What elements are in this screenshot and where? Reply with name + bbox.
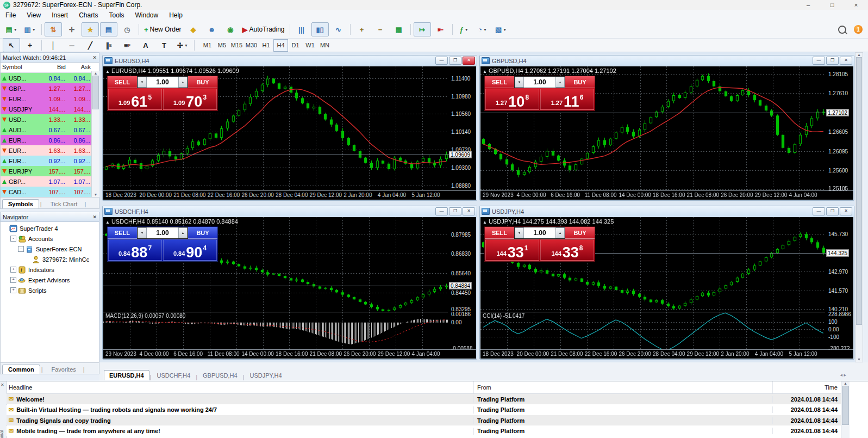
volume-increase-button[interactable]: ▲ xyxy=(178,77,188,88)
tab-scroll-arrows[interactable]: ◂ ▸ xyxy=(840,372,846,378)
experts-button[interactable]: ☻ xyxy=(203,22,221,36)
volume-decrease-button[interactable]: ▼ xyxy=(515,77,524,88)
chart-tab-eurusd-h4[interactable]: EURUSD,H4 xyxy=(104,370,149,380)
volume-decrease-button[interactable]: ▼ xyxy=(515,227,524,238)
terminal-scrollbar[interactable]: ▲ xyxy=(841,381,850,438)
market-watch-toggle[interactable]: ⇅ xyxy=(45,22,62,36)
chart-close-button[interactable]: ✕ xyxy=(463,57,475,65)
collapse-panel-icon[interactable]: ▲ xyxy=(483,220,487,225)
buy-price[interactable]: 0.84904 xyxy=(163,239,217,261)
chart-window-titlebar[interactable]: GBPUSD,H4 — ❒ ✕ xyxy=(480,55,854,66)
collapse-panel-icon[interactable]: ▲ xyxy=(483,69,487,74)
candle-chart-button[interactable]: ▮▯ xyxy=(311,22,329,36)
chart-minimize-button[interactable]: — xyxy=(435,207,448,215)
collapse-panel-icon[interactable]: ▲ xyxy=(105,69,110,74)
sell-price[interactable]: 1.09615 xyxy=(108,89,162,110)
terminal-column-time[interactable]: Time xyxy=(773,381,841,393)
volume-decrease-button[interactable]: ▼ xyxy=(138,227,147,238)
buy-button[interactable]: BUY xyxy=(565,227,595,239)
market-watch-row[interactable]: EUR...0.92...0.92... xyxy=(1,156,99,166)
column-header-symbol[interactable]: Symbol xyxy=(1,63,42,72)
volume-input[interactable]: 1.00 xyxy=(524,77,555,88)
column-header-bid[interactable]: Bid xyxy=(42,63,67,72)
market-watch-row[interactable]: USD...0.84...0.84... xyxy=(1,73,99,83)
menu-tools[interactable]: Tools xyxy=(104,10,130,20)
price-scale[interactable]: 1.281051.276101.266051.260951.256001.251… xyxy=(825,66,853,191)
app-minimize-button[interactable]: – xyxy=(796,1,820,10)
date-axis[interactable]: 18 Dec 202320 Dec 00:0021 Dec 08:0022 De… xyxy=(480,349,853,359)
vline-tool[interactable]: │ xyxy=(45,38,62,52)
strategy-tester-toggle[interactable]: ◷ xyxy=(118,22,136,36)
fibonacci-tool[interactable]: ≡F xyxy=(118,38,136,52)
workspace-scrollbar[interactable]: ▲ ▼ xyxy=(855,52,863,362)
market-watch-header[interactable]: Market Watch: 09:46:21 ✕ xyxy=(0,52,99,63)
column-header-ask[interactable]: Ask xyxy=(67,63,92,72)
chart-plot-area[interactable]: ▲USDCHF,H4 0.85140 0.85162 0.84870 0.848… xyxy=(103,217,449,312)
chart-close-button[interactable]: ✕ xyxy=(840,207,852,215)
market-watch-scrollbar[interactable]: ▲ ▼ xyxy=(91,71,99,197)
navigator-item-indicators[interactable]: +fIndicators xyxy=(1,264,99,275)
terminal-column-from[interactable]: From xyxy=(474,381,773,393)
navigator-item-supertrader-4[interactable]: SuperTrader 4 xyxy=(1,223,99,233)
chart-tab-usdjpy-h4[interactable]: USDJPY,H4 xyxy=(245,371,286,380)
chart-window-titlebar[interactable]: USDCHF,H4 — ❒ ✕ xyxy=(103,206,477,217)
timeframe-mn[interactable]: MN xyxy=(317,39,332,52)
buy-button[interactable]: BUY xyxy=(565,76,595,88)
templates-button[interactable]: ▧▼ xyxy=(492,22,510,36)
tile-windows-button[interactable]: ▦ xyxy=(390,22,408,36)
buy-button[interactable]: BUY xyxy=(188,76,217,88)
price-scale[interactable]: 0.879850.868300.856400.844500.832950.848… xyxy=(448,217,476,350)
date-axis[interactable]: 29 Nov 20234 Dec 00:006 Dec 16:0011 Dec … xyxy=(480,190,853,200)
indicator-subwindow[interactable]: CCI(14) -51.0417 xyxy=(480,312,827,351)
market-watch-row[interactable]: USDJPY144....144.... xyxy=(1,104,99,114)
sell-button[interactable]: SELL xyxy=(108,76,137,88)
market-watch-row[interactable]: AUD...0.67...0.67... xyxy=(1,125,99,135)
buy-button[interactable]: BUY xyxy=(188,227,217,239)
indicators-button[interactable]: ƒ▼ xyxy=(455,22,473,36)
notifications-badge[interactable]: 1 xyxy=(854,25,863,34)
navigator-toggle[interactable]: ★ xyxy=(82,22,99,36)
terminal-row[interactable]: ✉Built-in Virtual Hosting — trading robo… xyxy=(7,405,841,415)
autotrading-button[interactable]: ▶AutoTrading xyxy=(240,22,287,36)
tree-expand-icon[interactable]: - xyxy=(10,236,16,242)
tree-expand-icon[interactable]: + xyxy=(10,267,16,273)
new-chart-button[interactable]: ▤▼ xyxy=(3,22,20,36)
volume-increase-button[interactable]: ▲ xyxy=(178,227,188,238)
chart-window-titlebar[interactable]: EURUSD,H4 — ❒ ✕ xyxy=(103,55,477,66)
terminal-column-headline[interactable]: Headline xyxy=(7,381,474,393)
indicator-subwindow[interactable]: MACD(12,26,9) 0.00057 0.00080 xyxy=(103,312,449,351)
menu-view[interactable]: View xyxy=(21,10,46,20)
market-watch-row[interactable]: EUR...1.63...1.63... xyxy=(1,145,99,156)
hline-tool[interactable]: ─ xyxy=(63,38,80,52)
chart-minimize-button[interactable]: — xyxy=(813,207,825,215)
chart-tab-usdchf-h4[interactable]: USDCHF,H4 xyxy=(152,371,195,380)
navigator-header[interactable]: Navigator ✕ xyxy=(0,212,99,222)
sell-price[interactable]: 0.84887 xyxy=(108,239,162,261)
buy-price[interactable]: 1.27116 xyxy=(540,89,594,110)
terminal-row[interactable]: ✉Welcome!Trading Platform2024.01.08 14:4… xyxy=(7,394,841,404)
sell-button[interactable]: SELL xyxy=(108,227,137,239)
text-tool[interactable]: A xyxy=(137,38,154,52)
buy-price[interactable]: 144338 xyxy=(540,239,594,261)
chart-tab-gbpusd-h4[interactable]: GBPUSD,H4 xyxy=(198,371,242,380)
tree-expand-icon[interactable]: + xyxy=(10,277,16,283)
navigator-item-expert-advisors[interactable]: +Expert Advisors xyxy=(1,275,99,285)
market-watch-row[interactable]: CAD...107....107.... xyxy=(1,187,99,197)
chart-restore-button[interactable]: ❒ xyxy=(449,207,461,215)
line-chart-button[interactable]: ∿ xyxy=(330,22,347,36)
chart-plot-area[interactable]: ▲GBPUSD,H4 1.27062 1.27191 1.27004 1.271… xyxy=(480,66,827,193)
terminal-row[interactable]: ✉Trading Signals and copy tradingTrading… xyxy=(7,415,841,425)
signals-button[interactable]: ◉ xyxy=(222,22,239,36)
timeframe-m5[interactable]: M5 xyxy=(215,39,229,52)
cursor-tool[interactable]: ↖ xyxy=(3,38,20,52)
periods-button[interactable]: ◔▼ xyxy=(474,22,491,36)
tree-expand-icon[interactable]: - xyxy=(18,246,24,252)
terminal-close-icon[interactable]: ✕ xyxy=(1,383,4,387)
timeframe-h1[interactable]: H1 xyxy=(259,39,273,52)
terminal-row[interactable]: ✉Mobile trading — trade from anywhere at… xyxy=(7,426,841,436)
app-maximize-button[interactable]: □ xyxy=(820,1,844,10)
volume-decrease-button[interactable]: ▼ xyxy=(138,77,147,88)
chart-minimize-button[interactable]: — xyxy=(813,57,825,65)
menu-charts[interactable]: Charts xyxy=(73,10,103,20)
menu-insert[interactable]: Insert xyxy=(46,10,73,20)
